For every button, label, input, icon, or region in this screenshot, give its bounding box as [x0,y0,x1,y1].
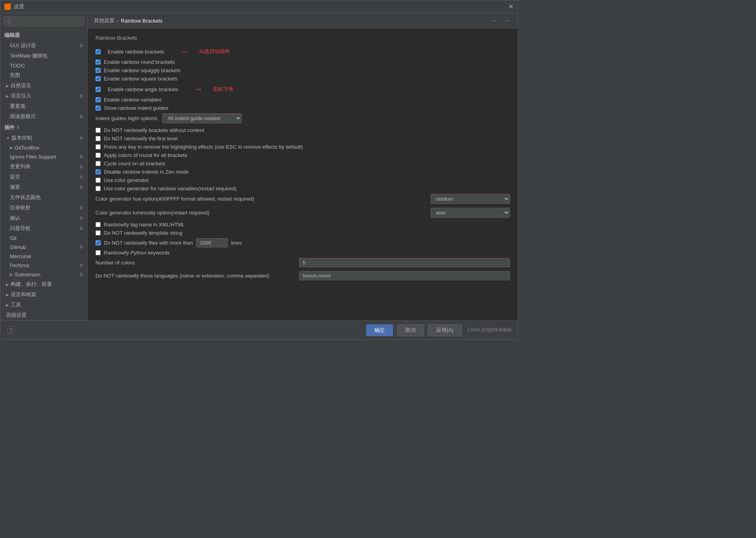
watermark-text: CSDN @我想呼风唤雨 [468,327,512,333]
disable-zen-checkbox[interactable] [95,169,101,174]
sidebar-item-shelve[interactable]: 搁置 ⚙ [0,182,87,192]
search-input[interactable] [4,16,84,26]
enable-angle-brackets-checkbox[interactable] [95,87,101,92]
checkbox-label: Apply colors of round for all brackets [104,152,187,158]
sidebar-item-repeat[interactable]: 重复项 [0,101,87,111]
sidebar-item-subversion[interactable]: ▶ Subversion ⚙ [0,270,87,279]
checkbox-no-empty-brackets: Do NOT rainbowify brackets without conte… [95,127,510,133]
sidebar-item-label: Ignore Files Support [10,154,56,160]
sidebar-item-advanced[interactable]: 高级设置 [0,310,87,320]
checkbox-color-generator-vars: Use color generator for rainbow variable… [95,186,510,191]
back-button[interactable]: ← [489,17,499,24]
sidebar-item-lang-inject[interactable]: ▶ 语言注入 ⚙ [0,91,87,101]
sidebar-item-yitu[interactable]: 意图 [0,70,87,80]
sidebar-item-label: TODO [10,63,25,69]
sidebar-item-confirm[interactable]: 确认 ⚙ [0,213,87,223]
sidebar-item-ignore-files[interactable]: Ignore Files Support ⚙ [0,152,87,161]
sidebar-item-label: GitHub [10,244,26,250]
sidebar-item-label: 目录映射 [10,204,31,211]
apply-button[interactable]: 应用(A) [428,324,462,336]
show-indent-guides-checkbox[interactable] [95,105,101,111]
cancel-button[interactable]: 取消 [397,324,424,336]
checkbox-enable-squiggly-brackets: Enable rainbow squiggly brackets [95,67,510,73]
sidebar-item-gittoolbox[interactable]: ▶ GitToolBox [0,143,87,152]
sidebar-item-label: 自然语言 [11,82,31,89]
sidebar-item-label: 语言和框架 [11,291,36,298]
close-button[interactable]: ✕ [508,4,514,10]
enable-squiggly-brackets-checkbox[interactable] [95,68,101,73]
gear-icon: ⚙ [79,94,83,99]
checkbox-label: Cycle count on all brackets [104,161,165,167]
enable-rainbow-brackets-checkbox[interactable] [95,49,101,54]
sidebar-item-issue-nav[interactable]: 问题导航 ⚙ [0,223,87,234]
excluded-langs-label: Do NOT rainbowify these languages (name … [95,273,299,279]
checkbox-cycle-count: Cycle count on all brackets [95,161,510,167]
sidebar-item-file-status[interactable]: 文件状态颜色 [0,192,87,203]
xml-tag-checkbox[interactable] [95,222,101,227]
gear-icon: ⚙ [79,245,83,250]
checkbox-label: Enable rainbow brackets [108,49,164,55]
sidebar: 编辑器 GUI 设计器 ⚙ TextMate 捆绑包 TODO 意图 ▶ [0,13,88,320]
apply-round-colors-checkbox[interactable] [95,153,101,158]
sidebar-item-changelist[interactable]: 变更列表 ⚙ [0,161,87,172]
sidebar-item-tools[interactable]: ▶ 工具 [0,300,87,310]
no-empty-brackets-checkbox[interactable] [95,128,101,133]
sidebar-item-lang-framework[interactable]: ▶ 语言和框架 [0,289,87,300]
content-area: 编辑器 GUI 设计器 ⚙ TextMate 捆绑包 TODO 意图 ▶ [0,13,518,320]
sidebar-item-label: 提交 [10,173,20,180]
enable-variables-checkbox[interactable] [95,97,101,102]
section-label-editor: 编辑器 [0,29,87,40]
max-lines-input[interactable] [196,238,228,247]
sidebar-item-build[interactable]: ▶ 构建、执行、部署 [0,279,87,289]
gear-icon: ⚙ [79,226,83,231]
checkbox-label: Disable rainbow indents in Zen mode [104,169,189,175]
color-generator-vars-checkbox[interactable] [95,186,101,191]
color-generator-checkbox[interactable] [95,178,101,183]
checkbox-color-generator: Use color generator [95,177,510,183]
sidebar-item-label: Subversion [15,272,40,278]
sidebar-item-textmate[interactable]: TextMate 捆绑包 [0,51,87,61]
checkbox-enable-angle-brackets: Enable rainbow angle brackets → 彩虹字体 [95,84,510,94]
indent-guides-dropdown[interactable]: All indent guide related Current indent … [162,113,242,123]
num-colors-input[interactable] [299,258,510,267]
sidebar-item-dir-map[interactable]: 目录映射 ⚙ [0,203,87,213]
sidebar-item-vcs[interactable]: ▼ 版本控制 ⚙ [0,133,87,143]
settings-body: Rainbow Brackets Enable rainbow brackets… [88,29,518,320]
ok-button[interactable]: 确定 [366,324,393,336]
checkbox-no-first-level: Do NOT rainbowify the first level [95,136,510,142]
color-hue-dropdown[interactable]: random monochrome analogic complement [431,194,510,204]
sidebar-item-git[interactable]: Git [0,234,87,243]
forward-button[interactable]: → [502,17,512,24]
help-button[interactable]: ? [7,326,15,334]
sidebar-item-github[interactable]: GitHub ⚙ [0,243,87,252]
checkbox-label: Rainbowify tag name in XML/HTML [104,222,185,228]
bottom-bar: ? 确定 取消 应用(A) CSDN @我想呼风唤雨 [0,320,518,339]
enable-square-brackets-checkbox[interactable] [95,76,101,81]
sidebar-item-gui[interactable]: GUI 设计器 ⚙ [0,40,87,51]
sidebar-item-label: 高级设置 [6,312,27,319]
sidebar-item-reader[interactable]: 阅读器模式 ⚙ [0,111,87,122]
gear-icon: ⚙ [79,205,83,211]
section-label-plugins: 插件 Ⅰ [0,122,87,133]
checkbox-label: Enable rainbow variables [104,97,161,103]
max-lines-checkbox[interactable] [95,240,101,245]
enable-round-brackets-checkbox[interactable] [95,59,101,65]
checkbox-label: Show rainbow indent guides [104,105,168,111]
no-template-string-checkbox[interactable] [95,230,101,235]
color-hue-row: Color generator hue option(#00FFFF forma… [95,194,510,204]
cycle-count-checkbox[interactable] [95,161,101,166]
python-keywords-checkbox[interactable] [95,250,101,255]
sidebar-item-perforce[interactable]: Perforce ⚙ [0,261,87,270]
no-first-level-checkbox[interactable] [95,136,101,141]
arrow-annotation-1: → [180,46,189,57]
sidebar-item-commit[interactable]: 提交 ⚙ [0,172,87,182]
sidebar-item-mercurial[interactable]: Mercurial [0,252,87,261]
color-luminosity-dropdown[interactable]: auto bright dark light random [431,208,510,218]
sidebar-item-natural-lang[interactable]: ▶ 自然语言 [0,80,87,91]
excluded-langs-input[interactable] [299,271,510,280]
breadcrumb-bar: 其他设置 › Rainbow Brackets ← → [88,13,518,29]
press-any-key-checkbox[interactable] [95,144,101,149]
sidebar-item-todo[interactable]: TODO [0,61,87,70]
checkbox-label: Enable rainbow square brackets [104,76,178,82]
nav-arrows: ← → [489,17,512,24]
